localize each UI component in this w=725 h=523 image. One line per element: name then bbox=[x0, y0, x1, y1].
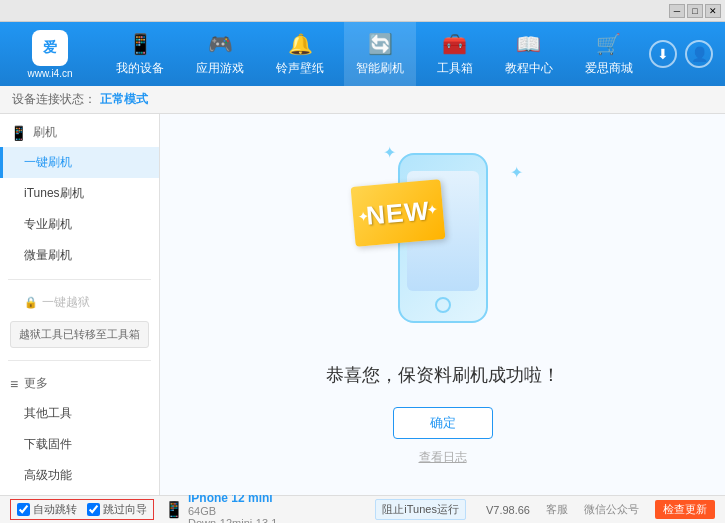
device-storage: 64GB bbox=[188, 505, 277, 517]
jailbreak-notice: 越狱工具已转移至工具箱 bbox=[10, 321, 149, 348]
sidebar-group-jailbreak: 🔒 一键越狱 bbox=[0, 288, 159, 317]
my-device-icon: 📱 bbox=[128, 32, 153, 56]
close-button[interactable]: ✕ bbox=[705, 4, 721, 18]
new-badge-text: NEW bbox=[364, 195, 430, 231]
minimize-button[interactable]: ─ bbox=[669, 4, 685, 18]
auto-redirect-input[interactable] bbox=[17, 503, 30, 516]
sidebar-section-jailbreak: 🔒 一键越狱 越狱工具已转移至工具箱 bbox=[0, 284, 159, 356]
toolbox-icon: 🧰 bbox=[442, 32, 467, 56]
star-left-icon: ✦ bbox=[356, 208, 369, 225]
logo-url: www.i4.cn bbox=[27, 68, 72, 79]
wechat-link[interactable]: 微信公众号 bbox=[584, 502, 639, 517]
sidebar: 📱 刷机 一键刷机 iTunes刷机 专业刷机 微量刷机 🔒 一键越狱 bbox=[0, 114, 160, 495]
star-right-icon: ✦ bbox=[426, 201, 439, 218]
itunes-flash-label: iTunes刷机 bbox=[24, 186, 84, 200]
smart-flash-label: 智能刷机 bbox=[356, 60, 404, 77]
nav-item-my-device[interactable]: 📱 我的设备 bbox=[104, 22, 176, 86]
one-key-flash-label: 一键刷机 bbox=[24, 155, 72, 169]
nav-item-ringtone[interactable]: 🔔 铃声壁纸 bbox=[264, 22, 336, 86]
logo[interactable]: 爱 www.i4.cn bbox=[0, 22, 100, 86]
nav-item-shop[interactable]: 🛒 爱思商城 bbox=[573, 22, 645, 86]
device-firmware: Down-12mini-13.1 bbox=[188, 517, 277, 524]
sidebar-section-more: ≡ 更多 其他工具 下载固件 高级功能 bbox=[0, 365, 159, 495]
version-label: V7.98.66 bbox=[486, 504, 530, 516]
apps-games-label: 应用游戏 bbox=[196, 60, 244, 77]
confirm-button[interactable]: 确定 bbox=[393, 407, 493, 439]
shop-label: 爱思商城 bbox=[585, 60, 633, 77]
more-group-label: 更多 bbox=[24, 375, 48, 392]
advanced-label: 高级功能 bbox=[24, 468, 72, 482]
sidebar-item-one-key-flash[interactable]: 一键刷机 bbox=[0, 147, 159, 178]
nav-items: 📱 我的设备 🎮 应用游戏 🔔 铃声壁纸 🔄 智能刷机 🧰 工具箱 📖 教程中心… bbox=[100, 22, 649, 86]
top-nav: 爱 www.i4.cn 📱 我的设备 🎮 应用游戏 🔔 铃声壁纸 🔄 智能刷机 … bbox=[0, 22, 725, 86]
nav-item-apps-games[interactable]: 🎮 应用游戏 bbox=[184, 22, 256, 86]
sidebar-group-flash[interactable]: 📱 刷机 bbox=[0, 118, 159, 147]
stop-itunes-button[interactable]: 阻止iTunes运行 bbox=[375, 499, 466, 520]
maximize-button[interactable]: □ bbox=[687, 4, 703, 18]
lock-icon: 🔒 bbox=[24, 296, 38, 309]
sidebar-item-itunes-flash[interactable]: iTunes刷机 bbox=[0, 178, 159, 209]
status-bar: 设备连接状态： 正常模式 bbox=[0, 86, 725, 114]
nav-item-toolbox[interactable]: 🧰 工具箱 bbox=[425, 22, 485, 86]
sidebar-item-download-firmware[interactable]: 下载固件 bbox=[0, 429, 159, 460]
divider-2 bbox=[8, 360, 151, 361]
my-device-label: 我的设备 bbox=[116, 60, 164, 77]
ringtone-icon: 🔔 bbox=[288, 32, 313, 56]
tutorial-label: 教程中心 bbox=[505, 60, 553, 77]
flash-group-label: 刷机 bbox=[33, 124, 57, 141]
bottom-left: 自动跳转 跳过向导 📱 iPhone 12 mini 64GB Down-12m… bbox=[10, 491, 277, 524]
device-small-icon: 📱 bbox=[164, 500, 184, 519]
phone-illustration: ✦ ✦ ✦ ✦ NEW ✦ bbox=[353, 143, 533, 343]
apps-games-icon: 🎮 bbox=[208, 32, 233, 56]
sidebar-item-micro-flash[interactable]: 微量刷机 bbox=[0, 240, 159, 271]
user-button[interactable]: 👤 bbox=[685, 40, 713, 68]
micro-flash-label: 微量刷机 bbox=[24, 248, 72, 262]
device-details: iPhone 12 mini 64GB Down-12mini-13.1 bbox=[188, 491, 277, 524]
success-message: 恭喜您，保资料刷机成功啦！ bbox=[326, 363, 560, 387]
auto-redirect-label: 自动跳转 bbox=[33, 502, 77, 517]
more-group-icon: ≡ bbox=[10, 376, 18, 392]
bottom-bar: 自动跳转 跳过向导 📱 iPhone 12 mini 64GB Down-12m… bbox=[0, 495, 725, 523]
sparkle-1: ✦ bbox=[383, 143, 396, 162]
check-update-button[interactable]: 检查更新 bbox=[655, 500, 715, 519]
sidebar-item-other-tools[interactable]: 其他工具 bbox=[0, 398, 159, 429]
toolbox-label: 工具箱 bbox=[437, 60, 473, 77]
flash-group-icon: 📱 bbox=[10, 125, 27, 141]
smart-flash-icon: 🔄 bbox=[368, 32, 393, 56]
auto-redirect-checkbox[interactable]: 自动跳转 bbox=[17, 502, 77, 517]
sidebar-item-advanced[interactable]: 高级功能 bbox=[0, 460, 159, 491]
logo-icon: 爱 bbox=[32, 30, 68, 66]
title-bar: ─ □ ✕ bbox=[0, 0, 725, 22]
sparkle-2: ✦ bbox=[510, 163, 523, 182]
status-label: 设备连接状态： bbox=[12, 91, 96, 108]
window-controls[interactable]: ─ □ ✕ bbox=[669, 4, 721, 18]
nav-item-smart-flash[interactable]: 🔄 智能刷机 bbox=[344, 22, 416, 86]
new-badge: ✦ NEW ✦ bbox=[350, 179, 445, 247]
status-value: 正常模式 bbox=[100, 91, 148, 108]
checkbox-group: 自动跳转 跳过向导 bbox=[10, 499, 154, 520]
skip-wizard-input[interactable] bbox=[87, 503, 100, 516]
nav-item-tutorial[interactable]: 📖 教程中心 bbox=[493, 22, 565, 86]
pro-flash-label: 专业刷机 bbox=[24, 217, 72, 231]
customer-service-link[interactable]: 客服 bbox=[546, 502, 568, 517]
skip-wizard-checkbox[interactable]: 跳过向导 bbox=[87, 502, 147, 517]
download-firmware-label: 下载固件 bbox=[24, 437, 72, 451]
review-log-link[interactable]: 查看日志 bbox=[419, 449, 467, 466]
other-tools-label: 其他工具 bbox=[24, 406, 72, 420]
content-area: ✦ ✦ ✦ ✦ NEW ✦ 恭喜您，保资料刷机成功啦！ 确定 查看日志 bbox=[160, 114, 725, 495]
main-layout: 📱 刷机 一键刷机 iTunes刷机 专业刷机 微量刷机 🔒 一键越狱 bbox=[0, 114, 725, 495]
divider-1 bbox=[8, 279, 151, 280]
sidebar-group-more[interactable]: ≡ 更多 bbox=[0, 369, 159, 398]
nav-right: ⬇ 👤 bbox=[649, 40, 725, 68]
tutorial-icon: 📖 bbox=[516, 32, 541, 56]
shop-icon: 🛒 bbox=[596, 32, 621, 56]
skip-wizard-label: 跳过向导 bbox=[103, 502, 147, 517]
sidebar-item-pro-flash[interactable]: 专业刷机 bbox=[0, 209, 159, 240]
phone-home-button bbox=[435, 297, 451, 313]
jailbreak-group-label: 一键越狱 bbox=[42, 294, 90, 311]
bottom-right: 阻止iTunes运行 V7.98.66 客服 微信公众号 检查更新 bbox=[375, 499, 715, 520]
download-button[interactable]: ⬇ bbox=[649, 40, 677, 68]
ringtone-label: 铃声壁纸 bbox=[276, 60, 324, 77]
sidebar-section-flash: 📱 刷机 一键刷机 iTunes刷机 专业刷机 微量刷机 bbox=[0, 114, 159, 275]
device-info: 📱 iPhone 12 mini 64GB Down-12mini-13.1 bbox=[164, 491, 277, 524]
